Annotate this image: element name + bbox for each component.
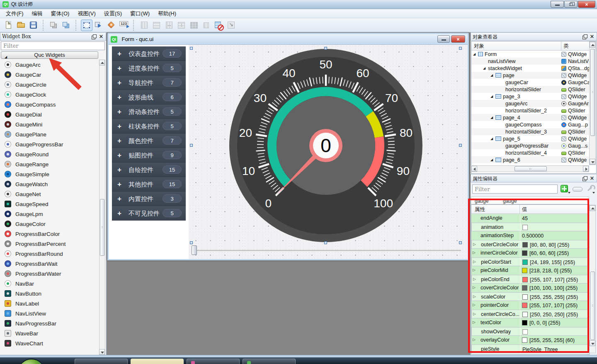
property-row[interactable]: pieStyle PieStyle_Three (471, 345, 589, 353)
property-value-cell[interactable]: [255, 255, 255] (255) (520, 293, 589, 301)
taskbar-button[interactable] (187, 359, 240, 364)
widget-list-item[interactable]: GaugeProgressBar (1, 139, 99, 149)
property-row[interactable]: ▷ overlayColor [255, 255, 255] (60) (471, 336, 589, 345)
selection-handle[interactable] (190, 241, 193, 244)
splitter-vertical-button[interactable]: ↕ (176, 19, 187, 31)
property-filter-input[interactable] (472, 184, 558, 194)
checkbox[interactable] (522, 225, 528, 230)
expander-icon[interactable]: ▷ (473, 242, 478, 246)
widget-list-item[interactable]: NavLabel (1, 298, 99, 308)
object-tree-row[interactable]: gaugeCar GaugeCa (471, 79, 590, 86)
widget-list-item[interactable]: GaugeArc (1, 60, 99, 70)
property-row[interactable]: ▷ innerCircleColor [60, 60, 60] (255) (471, 249, 589, 257)
minimize-button[interactable] (551, 1, 564, 8)
property-value-cell[interactable] (520, 223, 589, 232)
property-row[interactable]: ▷ outerCircleColor [80, 80, 80] (255) (471, 240, 589, 249)
object-tree-row[interactable]: horizontalSlider QSlider (471, 86, 590, 93)
object-tree-row[interactable]: ◢ Form QWidge (471, 51, 590, 58)
nav-category-item[interactable]: + 不可见控件 5 (112, 206, 186, 221)
property-row[interactable]: ▷ scaleColor [255, 255, 255] (255) (471, 292, 589, 301)
save-button[interactable] (28, 19, 39, 31)
widget-list-item[interactable]: GaugeDial (1, 109, 99, 119)
widget-filter-input[interactable] (1, 41, 105, 50)
nav-category-item[interactable]: + 柱状条控件 5 (112, 119, 186, 133)
widget-list-item[interactable]: ProgressBarWater (1, 269, 99, 279)
adjust-size-button[interactable] (226, 19, 237, 31)
new-file-button[interactable] (3, 19, 15, 31)
expander-icon[interactable]: ▷ (473, 337, 478, 342)
property-value-cell[interactable]: [255, 255, 255] (60) (520, 336, 589, 345)
taskbar-button-active[interactable] (131, 359, 184, 364)
object-tree-hscrollbar[interactable] (471, 165, 589, 172)
nav-category-item[interactable]: + 内置控件 3 (112, 192, 186, 206)
form-minimize-button[interactable] (437, 35, 450, 43)
checkbox[interactable] (522, 329, 528, 335)
taskbar-button[interactable] (75, 359, 128, 364)
property-value-cell[interactable]: 0.500000 (520, 231, 589, 240)
widget-list-item[interactable]: GaugeWatch (1, 179, 99, 189)
slider-handle[interactable] (192, 245, 197, 255)
property-value-cell[interactable]: [250, 250, 250] (255) (520, 310, 589, 319)
widget-list-item[interactable]: NavBar (1, 279, 99, 289)
widget-list-item[interactable]: GaugeSimple (1, 169, 99, 179)
selection-handle[interactable] (190, 144, 193, 147)
widget-list-item[interactable]: ProgressBarWait (1, 259, 99, 269)
menu-window[interactable]: 窗口(W) (126, 9, 154, 18)
expander-icon[interactable]: ▷ (473, 277, 478, 281)
property-row[interactable]: ▷ pieColorEnd [255, 107, 107] (255) (471, 275, 589, 284)
widget-list-item[interactable]: GaugeRange (1, 159, 99, 169)
property-row[interactable]: ▷ pointerColor [255, 107, 107] (255) (471, 301, 589, 310)
property-value-cell[interactable]: PieStyle_Three (520, 345, 589, 354)
widget-list-item[interactable]: GaugeClock (1, 90, 99, 99)
widget-list-item[interactable]: GaugeLpm (1, 209, 99, 219)
cascade-windows-button[interactable] (48, 19, 60, 31)
object-tree-row[interactable]: ◢ stackedWidget QSta...dg (471, 65, 590, 72)
nav-category-item[interactable]: + 自绘控件 15 (112, 163, 186, 177)
widget-list-item[interactable]: ProgressBarRound (1, 249, 99, 259)
widget-list-item[interactable]: ProgressBarColor (1, 229, 99, 239)
tree-expander-icon[interactable]: ◢ (490, 116, 495, 119)
category-header-quc-widgets[interactable]: ◢ Quc Widgets (1, 51, 98, 59)
nav-category-item[interactable]: + 波形曲线 6 (112, 90, 186, 104)
widget-list-item[interactable]: GaugeRound (1, 149, 99, 159)
expander-icon[interactable]: ▷ (473, 312, 478, 316)
selection-handle[interactable] (459, 144, 462, 147)
nav-category-item[interactable]: + 仪表盘控件 17 (112, 46, 186, 61)
float-panel-icon[interactable] (91, 34, 97, 39)
tree-expander-icon[interactable]: ◢ (473, 52, 478, 56)
widget-list-item[interactable]: GaugeCompass (1, 99, 99, 109)
menu-settings[interactable]: 设置(S) (100, 9, 126, 18)
widget-list-item[interactable]: NavProgressBar (1, 318, 99, 328)
add-dynamic-property-button[interactable] (560, 184, 570, 194)
object-tree-row[interactable]: horizontalSlider_3 QSlider (471, 128, 590, 135)
selection-handle[interactable] (324, 241, 327, 244)
layout-vertical-button[interactable] (151, 19, 163, 31)
tree-expander-icon[interactable]: ◢ (490, 95, 495, 98)
property-table-vscrollbar[interactable] (589, 205, 596, 353)
object-tree-row[interactable]: ◢ page_5 QWidge (471, 135, 590, 142)
form-close-button[interactable]: × (451, 35, 465, 43)
object-tree-row[interactable]: horizontalSlider_4 QSlider (471, 149, 590, 156)
layout-horizontal-button[interactable] (138, 19, 150, 31)
object-tree-vscrollbar[interactable] (589, 41, 596, 165)
property-row[interactable]: ▷ pieColorStart [24, 189, 155] (255) (471, 257, 589, 266)
widget-list-item[interactable]: GaugePlane (1, 129, 99, 139)
expander-icon[interactable]: ▷ (473, 260, 478, 264)
nav-category-item[interactable]: + 导航控件 7 (112, 75, 186, 90)
property-value-cell[interactable]: 45 (520, 214, 589, 223)
nav-category-item[interactable]: + 滑动条控件 5 (112, 104, 186, 119)
widget-list-item[interactable]: GaugeCircle (1, 80, 99, 90)
nav-category-item[interactable]: + 贴图控件 9 (112, 148, 186, 163)
splitter-horizontal-button[interactable]: ↔ (163, 19, 175, 31)
object-tree-row[interactable]: gaugeArc GaugeAr (471, 100, 590, 107)
tile-windows-button[interactable] (61, 19, 72, 31)
expander-icon[interactable]: ▷ (473, 294, 478, 298)
widget-list-item[interactable]: GaugeNet (1, 189, 99, 199)
widget-list-item[interactable]: NavListView (1, 308, 99, 318)
widget-list-item[interactable]: GaugeSpeed (1, 199, 99, 209)
float-panel-icon[interactable] (582, 176, 587, 181)
tree-expander-icon[interactable]: ◢ (490, 158, 495, 162)
menu-edit[interactable]: 编辑 (28, 9, 47, 18)
titlebar[interactable]: Qt Qt 设计师 × (0, 0, 597, 9)
object-tree-row[interactable]: ◢ page_3 QWidge (471, 93, 590, 100)
